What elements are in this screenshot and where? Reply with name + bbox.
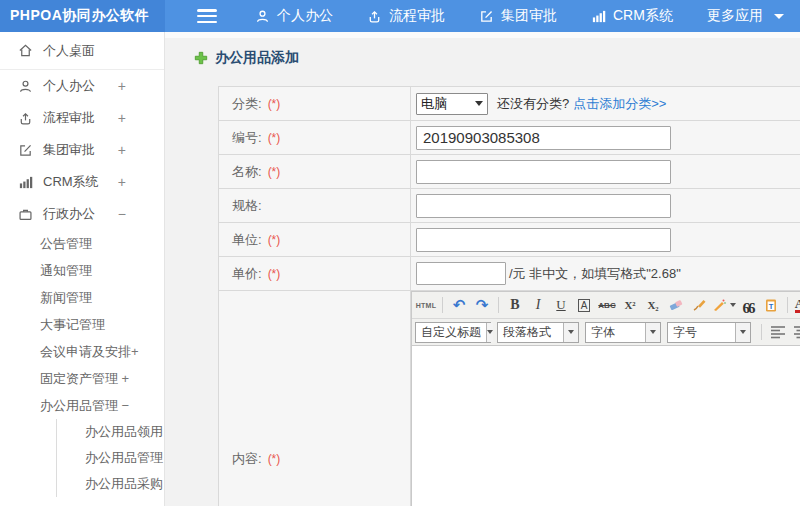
- no-category-text: 还没有分类?: [497, 95, 569, 113]
- sidebar: 个人桌面 个人办公 + 流程审批 + 集团审批 + C: [0, 32, 165, 506]
- nav-label: 集团审批: [501, 7, 557, 25]
- italic-button[interactable]: I: [527, 294, 549, 316]
- nav-more-apps[interactable]: 更多应用: [707, 7, 784, 25]
- nav-label: 更多应用: [707, 7, 763, 25]
- collapse-icon[interactable]: −: [118, 398, 129, 413]
- form-row-spec: 规格:: [219, 189, 800, 223]
- paragraph-format-select[interactable]: 段落格式: [497, 322, 579, 343]
- blockquote-button[interactable]: 66: [737, 294, 759, 316]
- strikethrough-button[interactable]: ABC: [596, 294, 618, 316]
- subscript-button[interactable]: X₂: [642, 294, 664, 316]
- sidebar-item-fixed-assets-mgmt[interactable]: 固定资产管理 +: [0, 365, 164, 392]
- heading-select[interactable]: 自定义标题: [415, 322, 491, 343]
- editor-toolbar-row-2: 自定义标题 段落格式 字体 字号: [412, 319, 800, 346]
- briefcase-icon: [18, 207, 33, 222]
- bold-button[interactable]: B: [504, 294, 526, 316]
- collapse-icon[interactable]: −: [118, 206, 126, 222]
- form-row-price: 单价: (*) /元 非中文，如填写格式"2.68": [219, 257, 800, 291]
- nav-label: 个人办公: [277, 7, 333, 25]
- category-select[interactable]: 电脑: [416, 93, 488, 115]
- select-caret-icon: [486, 323, 493, 342]
- nav-label: CRM系统: [613, 7, 673, 25]
- nav-group-approval[interactable]: 集团审批: [479, 7, 557, 25]
- underline-button[interactable]: U: [550, 294, 572, 316]
- page-title-text: 办公用品添加: [215, 49, 299, 67]
- main-content: 办公用品添加 分类: (*) 电脑 还没有分类? 点击添加分类>> 编号: (*…: [165, 32, 800, 506]
- expand-icon[interactable]: +: [118, 174, 126, 190]
- expand-icon[interactable]: +: [118, 110, 126, 126]
- expand-icon[interactable]: +: [118, 78, 126, 94]
- editor-toolbar-row-1: HTML ↶ ↷ B I U: [412, 292, 800, 319]
- sidebar-item-workflow-approval[interactable]: 流程审批 +: [0, 102, 164, 134]
- paste-as-text-button[interactable]: T: [760, 294, 782, 316]
- code-label: 编号: (*): [219, 121, 411, 154]
- add-category-link[interactable]: 点击添加分类>>: [573, 95, 666, 113]
- sidebar-item-personal-office[interactable]: 个人办公 +: [0, 70, 164, 102]
- sidebar-item-supplies-purchase[interactable]: 办公用品采购: [57, 471, 164, 497]
- home-icon: [18, 43, 33, 58]
- font-family-select[interactable]: 字体: [585, 322, 661, 343]
- unit-input[interactable]: [416, 228, 671, 252]
- nav-personal-office[interactable]: 个人办公: [255, 7, 333, 25]
- html-source-button[interactable]: HTML: [415, 294, 437, 316]
- sidebar-item-label: CRM系统: [43, 173, 99, 191]
- expand-icon[interactable]: +: [118, 142, 126, 158]
- select-caret-icon: [735, 323, 750, 342]
- hamburger-menu-icon[interactable]: [197, 9, 217, 23]
- sidebar-item-label: 个人办公: [43, 77, 95, 95]
- nav-crm-system[interactable]: CRM系统: [591, 7, 673, 25]
- sidebar-item-crm-system[interactable]: CRM系统 +: [0, 166, 164, 198]
- workflow-icon: [18, 111, 33, 126]
- svg-text:T: T: [769, 302, 774, 311]
- redo-icon: ↷: [476, 296, 489, 314]
- required-mark: (*): [268, 165, 281, 179]
- font-style-button[interactable]: A: [573, 294, 595, 316]
- expand-icon[interactable]: +: [131, 344, 139, 359]
- superscript-button[interactable]: X²: [619, 294, 641, 316]
- undo-icon: ↶: [453, 296, 466, 314]
- undo-button[interactable]: ↶: [448, 294, 470, 316]
- price-input[interactable]: [416, 262, 506, 285]
- category-selected-value: 电脑: [421, 95, 447, 113]
- align-left-button[interactable]: [767, 321, 789, 343]
- sidebar-item-news-mgmt[interactable]: 新闻管理: [0, 284, 164, 311]
- sidebar-item-group-approval[interactable]: 集团审批 +: [0, 134, 164, 166]
- sidebar-item-supplies-requisition[interactable]: 办公用品领用: [57, 419, 164, 445]
- align-center-button[interactable]: [790, 321, 800, 343]
- sidebar-item-supplies-management[interactable]: 办公用品管理: [57, 445, 164, 471]
- font-size-select[interactable]: 字号: [667, 322, 751, 343]
- sidebar-item-personal-desktop[interactable]: 个人桌面: [0, 32, 164, 70]
- unit-label: 单位: (*): [219, 223, 411, 256]
- font-color-button[interactable]: A: [793, 294, 800, 316]
- category-label: 分类: (*): [219, 87, 411, 120]
- format-painter-button[interactable]: [688, 294, 710, 316]
- sidebar-item-announcement-mgmt[interactable]: 公告管理: [0, 230, 164, 257]
- toolbar-separator: [761, 324, 762, 340]
- sidebar-item-meeting-mgmt[interactable]: 会议申请及安排+: [0, 338, 164, 365]
- nav-workflow-approval[interactable]: 流程审批: [367, 7, 445, 25]
- edit-icon: [479, 9, 494, 24]
- remove-format-button[interactable]: [665, 294, 687, 316]
- required-mark: (*): [268, 97, 281, 111]
- dropdown-caret-icon: [730, 303, 736, 307]
- editor-content-area[interactable]: [412, 346, 800, 506]
- sidebar-item-label: 办公用品管理: [40, 397, 118, 415]
- color-pen-button[interactable]: [711, 294, 736, 316]
- spec-input[interactable]: [416, 194, 671, 218]
- app-logo[interactable]: PHPOA协同办公软件: [0, 0, 165, 32]
- sidebar-item-office-supplies-mgmt[interactable]: 办公用品管理 −: [0, 392, 164, 419]
- expand-icon[interactable]: +: [118, 371, 129, 386]
- sidebar-item-notice-mgmt[interactable]: 通知管理: [0, 257, 164, 284]
- name-label: 名称: (*): [219, 155, 411, 188]
- rich-text-editor: HTML ↶ ↷ B I U: [411, 291, 800, 506]
- sidebar-item-events-mgmt[interactable]: 大事记管理: [0, 311, 164, 338]
- toolbar-separator: [498, 297, 499, 313]
- sidebar-item-admin-office[interactable]: 行政办公 −: [0, 198, 164, 230]
- caret-down-icon: [774, 14, 784, 19]
- top-navigation: 个人办公 流程审批 集团审批 CRM系统: [255, 7, 784, 25]
- name-input[interactable]: [416, 160, 671, 184]
- form-row-category: 分类: (*) 电脑 还没有分类? 点击添加分类>>: [219, 87, 800, 121]
- content-label: 内容: (*): [219, 291, 411, 506]
- code-input[interactable]: [416, 126, 671, 150]
- redo-button[interactable]: ↷: [471, 294, 493, 316]
